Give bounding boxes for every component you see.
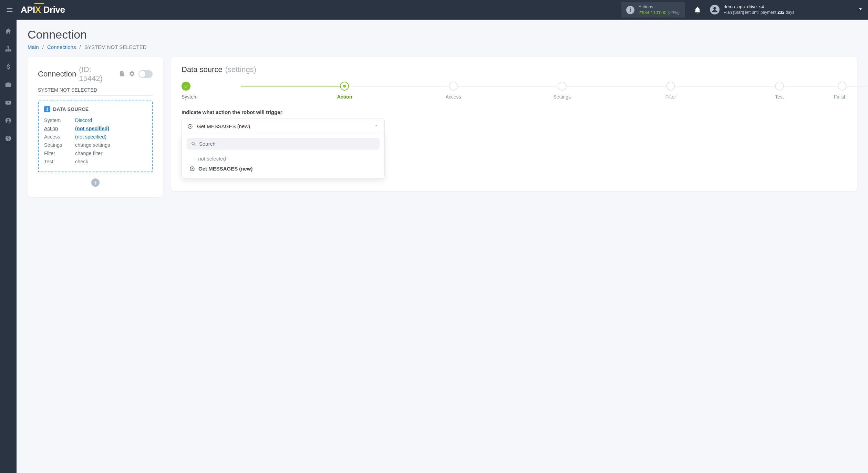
- action-option-empty[interactable]: - not selected -: [187, 154, 380, 164]
- action-select-value: Get MESSAGES (new): [197, 123, 250, 129]
- action-select-input[interactable]: Get MESSAGES (new): [182, 119, 385, 134]
- ds-row-label: Action: [44, 125, 75, 133]
- search-icon: [191, 141, 196, 147]
- sidebar-item-help[interactable]: [0, 133, 17, 144]
- hamburger-icon: [6, 6, 13, 14]
- step-action[interactable]: Action: [290, 82, 399, 100]
- step-circle: [449, 82, 458, 91]
- step-label: Filter: [665, 94, 676, 100]
- sidebar-item-home[interactable]: [0, 26, 17, 36]
- breadcrumb: Main / Connections / SYSTEM NOT SELECTED: [28, 44, 857, 50]
- user-menu[interactable]: demo_apix-drive_s4 Plan |Start| left unt…: [710, 4, 864, 15]
- play-icon: [189, 166, 195, 172]
- breadcrumb-main[interactable]: Main: [28, 44, 39, 50]
- ds-row-label: Test: [44, 158, 75, 166]
- ds-row-value[interactable]: (not specified): [75, 133, 106, 141]
- datasource-subtitle: (settings): [225, 65, 256, 74]
- actions-badge[interactable]: i Actions: 2'934 / 10'000 (29%): [621, 2, 685, 18]
- step-circle: [775, 82, 784, 91]
- connection-subheader: SYSTEM NOT SELECTED: [38, 87, 153, 96]
- ds-row-label: System: [44, 116, 75, 125]
- youtube-icon: [5, 99, 12, 106]
- data-source-badge: 1: [44, 106, 50, 112]
- play-icon: [187, 124, 193, 129]
- step-access[interactable]: Access: [399, 82, 508, 100]
- connection-id: (ID: 15442): [79, 65, 116, 83]
- document-button[interactable]: [119, 71, 126, 78]
- user-plan: Plan |Start| left until payment 232 days: [724, 10, 794, 16]
- ds-row-value[interactable]: check: [75, 158, 88, 166]
- home-icon: [5, 28, 12, 34]
- data-source-row: Testcheck: [44, 158, 146, 166]
- action-search-input[interactable]: [199, 141, 375, 147]
- svg-rect-0: [8, 46, 9, 47]
- user-avatar-icon: [710, 5, 720, 14]
- stepper: SystemActionAccessSettingsFilterTestFini…: [182, 82, 847, 100]
- ds-row-value[interactable]: (not specified): [75, 125, 109, 133]
- chevron-up-icon: [373, 123, 379, 130]
- step-settings[interactable]: Settings: [508, 82, 617, 100]
- dollar-icon: [5, 63, 12, 70]
- ds-row-value[interactable]: change filter: [75, 150, 102, 158]
- step-finish[interactable]: Finish: [834, 82, 847, 100]
- connection-title: Connection: [38, 70, 76, 79]
- breadcrumb-connections[interactable]: Connections: [47, 44, 76, 50]
- ds-row-value[interactable]: change settings: [75, 141, 110, 150]
- step-filter[interactable]: Filter: [616, 82, 725, 100]
- svg-rect-3: [10, 50, 11, 51]
- info-icon: i: [626, 6, 634, 14]
- data-source-title: DATA SOURCE: [53, 106, 89, 112]
- ds-row-value[interactable]: Discord: [75, 116, 92, 125]
- sidebar: [0, 20, 17, 473]
- sidebar-item-account[interactable]: [0, 115, 17, 126]
- breadcrumb-current: SYSTEM NOT SELECTED: [84, 44, 147, 50]
- connection-toggle[interactable]: [138, 70, 153, 78]
- data-source-row: Settingschange settings: [44, 141, 146, 150]
- data-source-row: Access(not specified): [44, 133, 146, 141]
- sidebar-item-billing[interactable]: [0, 62, 17, 72]
- document-icon: [119, 71, 125, 77]
- step-circle: [182, 82, 190, 91]
- header: APIDrive i Actions: 2'934 / 10'000 (29%)…: [0, 0, 868, 20]
- page-title: Connection: [28, 28, 857, 41]
- main-content: Connection Main / Connections / SYSTEM N…: [17, 20, 868, 473]
- data-source-settings-card: Data source (settings) SystemActionAcces…: [171, 57, 857, 191]
- add-destination-button[interactable]: ＋: [91, 178, 100, 187]
- step-circle: [666, 82, 675, 91]
- step-label: Settings: [553, 94, 571, 100]
- gear-icon: [129, 71, 135, 77]
- step-label: System: [182, 94, 198, 100]
- sitemap-icon: [5, 45, 12, 52]
- step-system[interactable]: System: [182, 82, 290, 100]
- sidebar-item-connections[interactable]: [0, 44, 17, 54]
- action-dropdown: - not selected - Get MESSAGES (new): [182, 134, 385, 179]
- actions-label: Actions:: [639, 4, 680, 10]
- step-label: Finish: [834, 94, 847, 100]
- notifications-button[interactable]: [693, 6, 702, 14]
- step-circle: [340, 82, 349, 91]
- step-circle: [558, 82, 567, 91]
- ds-row-label: Access: [44, 133, 75, 141]
- logo[interactable]: APIDrive: [21, 4, 65, 15]
- settings-button[interactable]: [129, 71, 136, 78]
- hamburger-menu[interactable]: [4, 4, 15, 16]
- action-option-get-messages[interactable]: Get MESSAGES (new): [187, 164, 380, 174]
- sidebar-item-projects[interactable]: [0, 80, 17, 90]
- data-source-box: 1 DATA SOURCE SystemDiscordAction(not sp…: [38, 101, 153, 172]
- bell-icon: [693, 6, 702, 14]
- datasource-title: Data source: [182, 65, 223, 74]
- ds-row-label: Filter: [44, 150, 75, 158]
- sidebar-item-youtube[interactable]: [0, 97, 17, 108]
- briefcase-icon: [5, 81, 12, 88]
- action-select: Get MESSAGES (new) - not selected - Get …: [182, 119, 385, 179]
- ds-row-label: Settings: [44, 141, 75, 150]
- svg-rect-1: [6, 50, 7, 51]
- action-field-label: Indicate what action the robot will trig…: [182, 109, 847, 115]
- data-source-row: Filterchange filter: [44, 150, 146, 158]
- logo-text: APIDrive: [21, 4, 65, 15]
- step-test[interactable]: Test: [725, 82, 834, 100]
- data-source-row: Action(not specified): [44, 125, 146, 133]
- step-label: Access: [445, 94, 461, 100]
- step-label: Test: [775, 94, 784, 100]
- action-search-box: [187, 138, 380, 150]
